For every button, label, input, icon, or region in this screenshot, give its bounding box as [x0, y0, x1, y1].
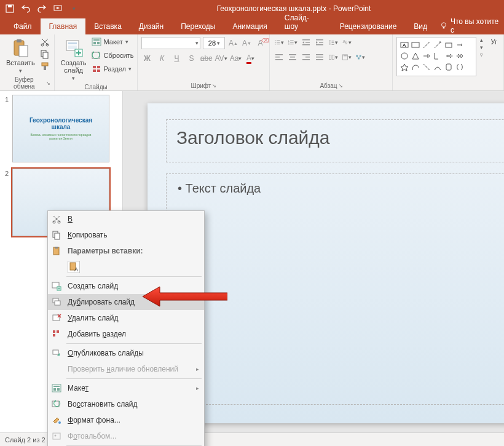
group-clipboard: Вставить ▾ Буфер обмена↘ [0, 34, 55, 90]
justify-button[interactable] [314, 52, 325, 63]
align-left-button[interactable] [274, 52, 285, 63]
cut-icon[interactable] [40, 37, 50, 47]
tab-view[interactable]: Вид [405, 18, 436, 34]
new-slide-button[interactable]: Создать слайд ▾ [58, 37, 89, 82]
svg-rect-21 [97, 42, 100, 44]
svg-rect-49 [275, 54, 283, 55]
tab-slideshow[interactable]: Слайд-шоу [276, 10, 331, 34]
svg-rect-50 [275, 57, 280, 58]
ribbon: Вставить ▾ Буфер обмена↘ Создать слайд ▾… [0, 34, 504, 91]
tab-design[interactable]: Дизайн [130, 18, 172, 34]
save-icon[interactable] [5, 4, 15, 14]
svg-rect-11 [43, 52, 48, 58]
publish-icon [50, 347, 63, 359]
group-font-label: Шрифт↘ [141, 81, 266, 89]
title-bar: ▾ Геохронологическая шкала.pptx - PowerP… [0, 0, 504, 17]
photoalbum-icon [50, 430, 63, 442]
align-right-button[interactable] [301, 52, 312, 63]
ctx-paste-option-keep[interactable]: A [48, 259, 204, 275]
reset-button[interactable]: Сбросить [92, 50, 134, 60]
bold-button[interactable]: Ж [141, 53, 152, 64]
svg-rect-34 [291, 41, 294, 41]
tab-insert[interactable]: Вставка [85, 18, 130, 34]
undo-icon[interactable] [21, 4, 31, 14]
annotation-arrow [141, 285, 227, 308]
change-case-button[interactable]: Aa▾ [230, 53, 241, 64]
svg-rect-112 [53, 386, 60, 387]
numbering-button[interactable]: 123▾ [287, 37, 298, 48]
layout-button[interactable]: Макет▾ [92, 37, 134, 47]
svg-rect-20 [93, 42, 96, 44]
start-slideshow-icon[interactable] [53, 4, 63, 14]
svg-point-31 [275, 44, 276, 44]
svg-rect-47 [332, 44, 334, 45]
tell-me-search[interactable]: Что вы хотите с [439, 17, 504, 34]
tell-me-label: Что вы хотите с [451, 17, 504, 34]
align-text-button[interactable]: ▾ [341, 52, 352, 63]
align-center-button[interactable] [287, 52, 298, 63]
svg-rect-42 [316, 39, 323, 41]
shapes-more[interactable]: ▿ [480, 52, 483, 58]
text-direction-button[interactable]: A▾ [341, 37, 352, 48]
svg-rect-13 [44, 66, 46, 70]
ctx-restore-slide[interactable]: Восстановить слайд [48, 396, 204, 412]
tab-home[interactable]: Главная [41, 18, 86, 34]
tab-file[interactable]: Файл [5, 18, 41, 34]
italic-button[interactable]: К [156, 53, 167, 64]
svg-rect-57 [302, 59, 310, 60]
shapes-scroll-down[interactable]: ▾ [480, 44, 483, 50]
bullets-button[interactable]: ▾ [274, 37, 285, 48]
font-family-combo[interactable]: ▾ [141, 37, 200, 49]
redo-icon[interactable] [37, 4, 47, 14]
line-spacing-button[interactable]: ▾ [328, 37, 339, 48]
ctx-cut[interactable]: В [48, 211, 204, 227]
ctx-format-background[interactable]: Формат фона... [48, 412, 204, 428]
shadow-button[interactable]: S [186, 53, 197, 64]
shrink-font-button[interactable]: A▼ [241, 38, 252, 49]
tab-animations[interactable]: Анимация [224, 18, 275, 34]
paste-button[interactable]: Вставить ▾ [4, 37, 37, 75]
font-color-button[interactable]: A▾ [245, 53, 256, 64]
ctx-paste-options-header: Параметры вставки: [48, 243, 204, 259]
format-painter-icon[interactable] [40, 62, 50, 71]
decrease-indent-button[interactable] [301, 37, 312, 48]
ctx-copy[interactable]: Копировать [48, 227, 204, 243]
group-slides-label: Слайды [58, 82, 134, 90]
ctx-publish-slides[interactable]: Опубликовать слайды [48, 345, 204, 361]
svg-point-118 [55, 435, 57, 437]
svg-rect-66 [360, 55, 361, 57]
tab-transitions[interactable]: Переходы [172, 18, 224, 34]
thumbnail-1[interactable]: 1 Геохронологическая шкала Восемь основн… [2, 95, 120, 162]
clear-formatting-button[interactable]: A⌫ [254, 38, 266, 49]
char-spacing-button[interactable]: AV▾ [215, 53, 226, 64]
svg-rect-70 [412, 42, 419, 47]
font-size-combo[interactable]: 28▾ [203, 37, 225, 49]
title-placeholder[interactable]: Заголовок слайда [166, 119, 504, 162]
tab-review[interactable]: Рецензирование [331, 18, 406, 34]
svg-rect-6 [17, 39, 22, 42]
strikethrough-button[interactable]: abc [200, 53, 211, 64]
grow-font-button[interactable]: A▲ [227, 38, 238, 49]
increase-indent-button[interactable] [314, 37, 325, 48]
qat-customize-icon[interactable]: ▾ [69, 4, 79, 14]
group-paragraph: ▾ 123▾ ▾ A▾ ▾ ▾ ▾ Абзац↘ [270, 34, 393, 90]
arrange-button[interactable]: Уг [488, 37, 500, 47]
ctx-add-section[interactable]: Добавить раздел [48, 326, 204, 342]
copy-icon[interactable] [40, 49, 50, 59]
svg-rect-26 [97, 70, 100, 72]
svg-rect-64 [344, 55, 347, 56]
svg-rect-73 [446, 43, 452, 47]
shapes-scroll-up[interactable]: ▴ [480, 37, 483, 43]
group-slides: Создать слайд ▾ Макет▾ Сбросить Раздел▾ … [55, 34, 138, 90]
smartart-button[interactable]: ▾ [355, 52, 366, 63]
svg-rect-117 [53, 433, 60, 439]
underline-button[interactable]: Ч [171, 53, 182, 64]
section-button[interactable]: Раздел▾ [92, 64, 134, 74]
ctx-layout[interactable]: Макет ▸ [48, 380, 204, 396]
svg-rect-1 [8, 5, 12, 7]
shapes-gallery[interactable]: A [396, 37, 476, 76]
columns-button[interactable]: ▾ [328, 52, 339, 63]
svg-rect-7 [19, 46, 28, 57]
group-paragraph-label: Абзац↘ [274, 81, 388, 89]
ctx-delete-slide[interactable]: Удалить слайд [48, 310, 204, 326]
